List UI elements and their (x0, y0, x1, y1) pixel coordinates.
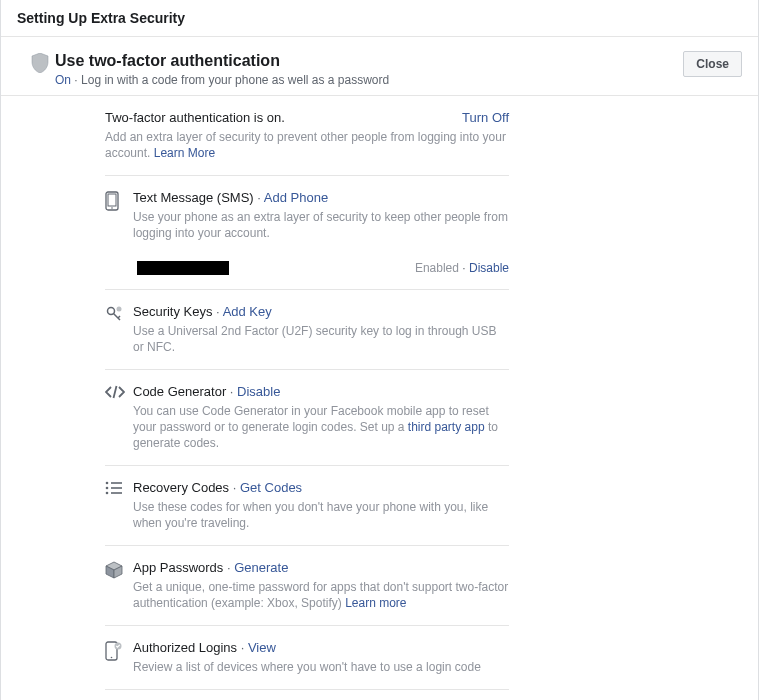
svg-line-5 (118, 316, 120, 318)
status-on-label: On (55, 73, 71, 87)
add-key-link[interactable]: Add Key (223, 304, 272, 319)
code-icon (105, 385, 133, 399)
sms-desc: Use your phone as an extra layer of secu… (133, 209, 509, 241)
keys-title: Security Keys (133, 304, 212, 319)
redacted-phone (137, 261, 229, 275)
third-party-app-link[interactable]: third party app (408, 420, 485, 434)
svg-point-3 (108, 308, 115, 315)
phone-icon (105, 191, 133, 211)
key-icon (105, 305, 133, 323)
learn-more-link[interactable]: Learn More (154, 146, 215, 160)
view-link[interactable]: View (248, 640, 276, 655)
keys-desc: Use a Universal 2nd Factor (U2F) securit… (133, 323, 509, 355)
section-sms: Text Message (SMS) · Add Phone Use your … (105, 176, 509, 290)
section-recovery-codes: Recovery Codes · Get Codes Use these cod… (105, 466, 509, 546)
svg-point-8 (106, 482, 109, 485)
get-codes-link[interactable]: Get Codes (240, 480, 302, 495)
apppw-title: App Passwords (133, 560, 223, 575)
close-button[interactable]: Close (683, 51, 742, 77)
recovery-title: Recovery Codes (133, 480, 229, 495)
authlogins-title: Authorized Logins (133, 640, 237, 655)
codegen-desc: You can use Code Generator in your Faceb… (133, 403, 509, 451)
codegen-title: Code Generator (133, 384, 226, 399)
add-phone-link[interactable]: Add Phone (264, 190, 328, 205)
svg-point-18 (111, 657, 113, 659)
main-title: Use two-factor authentication (55, 51, 683, 71)
svg-point-6 (117, 307, 122, 312)
svg-point-10 (106, 487, 109, 490)
svg-rect-1 (108, 194, 116, 206)
turn-off-link[interactable]: Turn Off (462, 110, 509, 125)
shield-icon (31, 53, 55, 73)
svg-point-2 (111, 207, 113, 209)
main-header-row: Use two-factor authentication On · Log i… (1, 37, 758, 96)
recovery-desc: Use these codes for when you don't have … (133, 499, 509, 531)
svg-point-12 (106, 492, 109, 495)
section-app-passwords: App Passwords · Generate Get a unique, o… (105, 546, 509, 626)
status-desc: Log in with a code from your phone as we… (81, 73, 389, 87)
section-security-keys: Security Keys · Add Key Use a Universal … (105, 290, 509, 370)
generate-link[interactable]: Generate (234, 560, 288, 575)
intro-heading: Two-factor authentication is on. (105, 110, 285, 125)
sms-title: Text Message (SMS) (133, 190, 254, 205)
page-title: Setting Up Extra Security (17, 10, 185, 26)
codegen-disable-link[interactable]: Disable (237, 384, 280, 399)
cube-icon (105, 561, 133, 579)
section-authorized-logins: Authorized Logins · View Review a list o… (105, 626, 509, 690)
status-line: On · Log in with a code from your phone … (55, 73, 683, 87)
sms-enabled-label: Enabled (415, 261, 459, 275)
sms-disable-link[interactable]: Disable (469, 261, 509, 275)
section-code-generator: Code Generator · Disable You can use Cod… (105, 370, 509, 466)
svg-line-7 (114, 386, 117, 398)
list-icon (105, 481, 133, 495)
intro-desc: Add an extra layer of security to preven… (105, 129, 509, 161)
authlogins-desc: Review a list of devices where you won't… (133, 659, 509, 675)
intro-block: Two-factor authentication is on. Turn Of… (105, 96, 509, 176)
apppw-desc: Get a unique, one-time password for apps… (133, 579, 509, 611)
apppw-learn-more-link[interactable]: Learn more (345, 596, 406, 610)
page-header: Setting Up Extra Security (1, 0, 758, 37)
phone-check-icon (105, 641, 133, 661)
